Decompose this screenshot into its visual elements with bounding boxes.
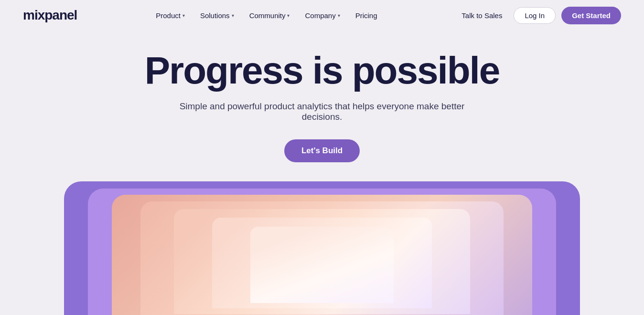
nav-link-product[interactable]: Product ▾ bbox=[150, 8, 191, 23]
nav-item-company[interactable]: Company ▾ bbox=[299, 8, 345, 23]
log-in-button[interactable]: Log In bbox=[514, 7, 556, 24]
illustration-layer-7 bbox=[250, 227, 394, 303]
chevron-down-icon: ▾ bbox=[182, 13, 185, 18]
hero-subtitle: Simple and powerful product analytics th… bbox=[179, 101, 465, 122]
hero-title: Progress is possible bbox=[145, 50, 500, 92]
hero-section: Progress is possible Simple and powerful… bbox=[0, 31, 644, 315]
logo[interactable]: mixpanel bbox=[23, 8, 77, 23]
nav-item-pricing[interactable]: Pricing bbox=[350, 8, 383, 23]
lets-build-button[interactable]: Let's Build bbox=[284, 139, 360, 162]
nav-actions: Talk to Sales Log In Get Started bbox=[456, 7, 621, 24]
chevron-down-icon: ▾ bbox=[287, 13, 290, 18]
nav-item-community[interactable]: Community ▾ bbox=[244, 8, 296, 23]
nav-link-solutions[interactable]: Solutions ▾ bbox=[194, 8, 240, 23]
nav-item-solutions[interactable]: Solutions ▾ bbox=[194, 8, 240, 23]
hero-illustration bbox=[64, 181, 580, 315]
illustration-layers bbox=[64, 181, 580, 315]
nav-item-product[interactable]: Product ▾ bbox=[150, 8, 191, 23]
nav-link-company[interactable]: Company ▾ bbox=[299, 8, 345, 23]
navbar: mixpanel Product ▾ Solutions ▾ Community… bbox=[0, 0, 644, 31]
get-started-button[interactable]: Get Started bbox=[561, 7, 621, 24]
nav-link-community[interactable]: Community ▾ bbox=[244, 8, 296, 23]
chevron-down-icon: ▾ bbox=[338, 13, 340, 18]
nav-link-pricing[interactable]: Pricing bbox=[350, 8, 383, 23]
chevron-down-icon: ▾ bbox=[232, 13, 234, 18]
talk-to-sales-button[interactable]: Talk to Sales bbox=[456, 8, 508, 23]
nav-links: Product ▾ Solutions ▾ Community ▾ Compan… bbox=[150, 8, 383, 23]
logo-text: mixpanel bbox=[23, 8, 77, 23]
